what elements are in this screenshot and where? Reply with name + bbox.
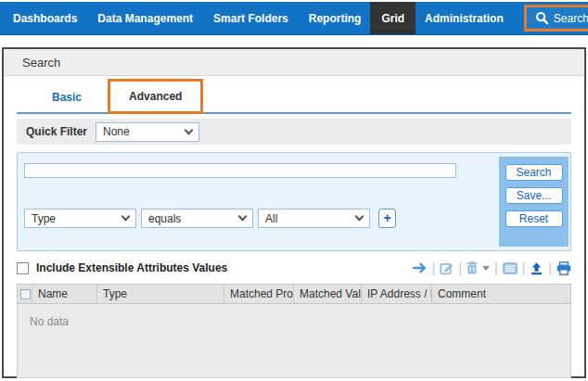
page-title: Search	[22, 56, 60, 70]
panel-content: Basic Advanced Quick Filter None Type eq…	[4, 81, 584, 378]
search-query-input[interactable]	[24, 163, 456, 178]
operator-select[interactable]: equals	[141, 209, 253, 228]
column-header-comment[interactable]: Comment	[432, 285, 570, 303]
nav-item-data-management[interactable]: Data Management	[97, 2, 193, 34]
value-select-value: All	[265, 212, 349, 225]
panel-header: Search	[4, 49, 584, 76]
nav-item-administration[interactable]: Administration	[425, 2, 504, 34]
nav-item-smart-folders[interactable]: Smart Folders	[213, 2, 288, 34]
search-panel: Search Basic Advanced Quick Filter None …	[2, 47, 586, 378]
delete-icon[interactable]	[467, 261, 478, 274]
edit-icon[interactable]	[440, 261, 454, 275]
top-navigation: Dashboards Data Management Smart Folders…	[0, 2, 588, 35]
toolbar-separator: |	[522, 260, 526, 275]
results-table-body: No data	[17, 304, 571, 378]
toolbar-separator: |	[458, 260, 462, 275]
results-toolbar: | |	[412, 260, 571, 275]
value-select[interactable]: All	[258, 209, 370, 228]
tab-advanced[interactable]: Advanced	[108, 79, 203, 114]
go-arrow-icon[interactable]	[412, 261, 428, 274]
filter-condition-row: Type equals All +	[24, 209, 396, 228]
nav-item-grid[interactable]: Grid	[370, 2, 415, 34]
toolbar-separator: |	[494, 260, 498, 275]
filter-builder: Type equals All + Search Save... Reset	[17, 152, 571, 251]
save-button[interactable]: Save...	[505, 187, 563, 204]
export-icon[interactable]	[530, 261, 543, 275]
quick-filter-bar: Quick Filter None	[17, 119, 571, 145]
delete-caret-icon[interactable]	[482, 266, 490, 271]
chevron-down-icon	[121, 212, 131, 222]
toolbar-separator: |	[548, 260, 552, 275]
results-table-header: Name Type Matched Property Matched Value…	[17, 284, 571, 304]
search-button[interactable]: Search	[505, 164, 563, 181]
results-table: Name Type Matched Property Matched Value…	[17, 284, 571, 378]
column-header-ip-address-data[interactable]: IP Address / Data	[362, 285, 432, 303]
toolbar-separator: |	[432, 260, 436, 275]
reset-button[interactable]: Reset	[505, 210, 563, 227]
select-all-checkbox[interactable]	[20, 289, 31, 299]
options-toolbar-row: Include Extensible Attributes Values | |	[17, 259, 571, 277]
operator-select-value: equals	[148, 212, 232, 225]
column-header-name[interactable]: Name	[32, 285, 97, 303]
tab-basic[interactable]: Basic	[39, 83, 95, 112]
add-condition-button[interactable]: +	[378, 209, 396, 228]
nav-search-button[interactable]: Search	[524, 5, 588, 32]
chevron-down-icon	[355, 212, 364, 222]
column-header-matched-property[interactable]: Matched Property	[224, 285, 294, 303]
column-header-matched-value[interactable]: Matched Value	[294, 285, 362, 303]
quick-filter-value: None	[103, 125, 178, 138]
print-icon[interactable]	[556, 261, 571, 275]
nav-item-dashboards[interactable]: Dashboards	[13, 2, 77, 34]
builder-actions-panel: Search Save... Reset	[499, 157, 569, 247]
chevron-down-icon	[185, 125, 194, 134]
chevron-down-icon	[238, 212, 248, 222]
table-columns-icon[interactable]	[503, 262, 518, 274]
tabs-row: Basic Advanced	[17, 81, 571, 114]
field-select[interactable]: Type	[24, 209, 136, 228]
select-all-cell	[18, 285, 32, 303]
nav-search-label: Search	[554, 12, 588, 25]
column-header-type[interactable]: Type	[97, 285, 224, 303]
field-select-value: Type	[32, 212, 115, 225]
empty-state-text: No data	[30, 315, 69, 328]
include-ea-checkbox[interactable]	[17, 262, 29, 274]
nav-item-reporting[interactable]: Reporting	[309, 2, 362, 34]
quick-filter-label: Quick Filter	[26, 125, 87, 138]
magnifier-icon	[535, 11, 549, 25]
quick-filter-select[interactable]: None	[96, 122, 199, 142]
include-ea-label: Include Extensible Attributes Values	[36, 261, 227, 274]
